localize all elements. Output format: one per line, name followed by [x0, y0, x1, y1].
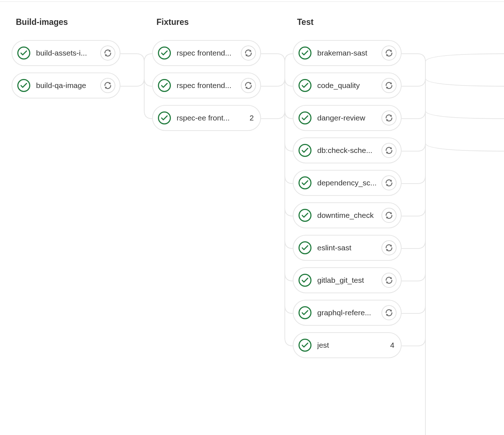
stage-column-build-images: Build-images build-assets-i... build-qa-…: [0, 0, 141, 358]
job-pill[interactable]: rspec frontend...: [152, 72, 261, 98]
status-success-icon: [299, 79, 311, 92]
job-name: gitlab_git_test: [317, 276, 379, 285]
status-success-icon: [299, 176, 311, 189]
stage-title: Build-images: [16, 17, 141, 27]
retry-button[interactable]: [381, 273, 397, 288]
retry-button[interactable]: [381, 45, 397, 61]
stage-column-fixtures: Fixtures rspec frontend... rspec fronten…: [141, 0, 281, 358]
status-success-icon: [299, 274, 311, 287]
job-pill[interactable]: downtime_check: [293, 202, 402, 228]
status-success-icon: [17, 47, 30, 60]
status-success-icon: [17, 79, 30, 92]
status-success-icon: [299, 47, 311, 60]
job-group-count: 4: [390, 341, 394, 350]
job-pill[interactable]: dependency_sc...: [293, 170, 402, 196]
status-success-icon: [299, 111, 311, 124]
retry-button[interactable]: [381, 143, 397, 158]
job-pill[interactable]: rspec frontend...: [152, 40, 261, 66]
retry-button[interactable]: [381, 305, 397, 320]
job-name: brakeman-sast: [317, 49, 379, 57]
job-pill[interactable]: graphql-refere...: [293, 300, 402, 326]
job-name: code_quality: [317, 81, 379, 90]
job-pill[interactable]: code_quality: [293, 72, 402, 98]
job-name: jest: [317, 341, 386, 350]
job-name: rspec-ee front...: [177, 114, 246, 122]
retry-button[interactable]: [381, 240, 397, 255]
job-name: build-qa-image: [36, 81, 97, 90]
retry-button[interactable]: [381, 110, 397, 126]
job-name: dependency_sc...: [317, 179, 379, 187]
status-success-icon: [299, 241, 311, 254]
job-group-pill[interactable]: rspec-ee front... 2: [152, 105, 261, 131]
status-success-icon: [158, 79, 171, 92]
retry-button[interactable]: [381, 175, 397, 190]
retry-button[interactable]: [100, 78, 115, 93]
job-pill[interactable]: build-qa-image: [12, 72, 120, 98]
status-success-icon: [299, 306, 311, 319]
job-name: eslint-sast: [317, 243, 379, 252]
job-group-pill[interactable]: jest 4: [293, 332, 402, 358]
stage-title: Test: [297, 17, 422, 27]
status-success-icon: [158, 111, 171, 124]
job-pill[interactable]: eslint-sast: [293, 235, 402, 261]
job-pill[interactable]: danger-review: [293, 105, 402, 131]
pipeline-graph: Build-images build-assets-i... build-qa-…: [0, 0, 422, 358]
job-name: downtime_check: [317, 211, 379, 220]
job-pill[interactable]: build-assets-i...: [12, 40, 120, 66]
stage-title: Fixtures: [156, 17, 281, 27]
status-success-icon: [299, 209, 311, 222]
retry-button[interactable]: [381, 208, 397, 223]
retry-button[interactable]: [381, 78, 397, 93]
retry-button[interactable]: [241, 45, 256, 61]
job-name: db:check-sche...: [317, 146, 379, 155]
job-name: danger-review: [317, 114, 379, 122]
job-name: build-assets-i...: [36, 49, 97, 57]
status-success-icon: [299, 339, 311, 352]
status-success-icon: [158, 47, 171, 60]
job-name: rspec frontend...: [177, 81, 238, 90]
retry-button[interactable]: [100, 45, 115, 61]
job-pill[interactable]: brakeman-sast: [293, 40, 402, 66]
status-success-icon: [299, 144, 311, 157]
stage-column-test: Test brakeman-sast code_quality danger-r…: [281, 0, 422, 358]
job-name: rspec frontend...: [177, 49, 238, 57]
job-group-count: 2: [249, 114, 254, 122]
retry-button[interactable]: [241, 78, 256, 93]
job-name: graphql-refere...: [317, 308, 379, 317]
job-pill[interactable]: gitlab_git_test: [293, 267, 402, 293]
job-pill[interactable]: db:check-sche...: [293, 137, 402, 163]
